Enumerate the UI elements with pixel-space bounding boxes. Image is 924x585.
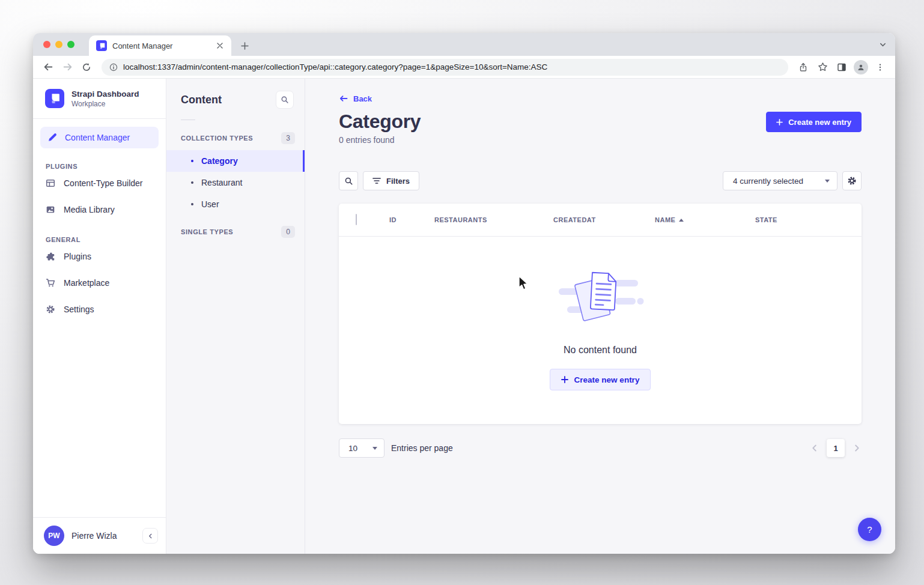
new-tab-button[interactable] bbox=[236, 37, 253, 54]
empty-documents-illustration bbox=[555, 264, 645, 330]
view-settings-gear-icon[interactable] bbox=[842, 171, 862, 190]
workspace-title: Strapi Dashboard bbox=[71, 89, 139, 99]
create-new-entry-label: Create new entry bbox=[574, 375, 640, 384]
sidebar-item-label: Marketplace bbox=[64, 278, 109, 288]
chevron-down-icon bbox=[372, 447, 377, 450]
single-types-label: SINGLE TYPES bbox=[181, 228, 233, 235]
bullet-icon bbox=[191, 181, 193, 184]
create-new-entry-secondary-button[interactable]: Create new entry bbox=[550, 369, 651, 390]
single-types-count-badge: 0 bbox=[281, 226, 295, 238]
previous-page-icon[interactable] bbox=[810, 443, 819, 453]
fields-selected-dropdown[interactable]: 4 currently selected bbox=[723, 171, 837, 190]
sidebar-item-settings[interactable]: Settings bbox=[33, 296, 166, 323]
empty-state: No content found Create new entry bbox=[339, 237, 862, 424]
strapi-app: Strapi Dashboard Workplace Content Manag… bbox=[33, 79, 895, 554]
minimize-window-button[interactable] bbox=[55, 41, 62, 48]
fields-selected-value: 4 currently selected bbox=[733, 177, 803, 186]
page-1-button[interactable]: 1 bbox=[827, 439, 845, 457]
url-text: localhost:1337/admin/content-manager/col… bbox=[123, 62, 547, 71]
subnav-item-label: Restaurant bbox=[201, 178, 242, 187]
tab-strip-chevron-icon[interactable] bbox=[879, 40, 887, 51]
sidebar-item-plugins[interactable]: Plugins bbox=[33, 243, 166, 270]
column-header-name[interactable]: NAME bbox=[655, 216, 755, 223]
layout-icon bbox=[46, 178, 55, 188]
column-header-restaurants[interactable]: RESTAURANTS bbox=[434, 216, 553, 223]
sidebar-section-general: GENERAL bbox=[33, 236, 166, 243]
subnav-item-user[interactable]: User bbox=[166, 193, 305, 215]
reload-button[interactable] bbox=[78, 58, 96, 76]
subnav-item-label: User bbox=[201, 199, 219, 209]
share-icon[interactable] bbox=[794, 58, 812, 76]
subnav-item-restaurant[interactable]: Restaurant bbox=[166, 172, 305, 193]
cart-icon bbox=[46, 278, 55, 288]
browser-window: Content Manager localhost:1337/admin/con… bbox=[33, 33, 895, 554]
close-window-button[interactable] bbox=[43, 41, 50, 48]
workspace-brand[interactable]: Strapi Dashboard Workplace bbox=[33, 79, 166, 119]
sort-asc-icon bbox=[679, 219, 684, 222]
filters-label: Filters bbox=[386, 177, 410, 186]
column-header-state[interactable]: STATE bbox=[755, 216, 862, 223]
picture-icon bbox=[46, 205, 55, 214]
table-header-row: ID RESTAURANTS CREATEDAT NAME STATE bbox=[339, 204, 862, 237]
collapse-sidebar-button[interactable] bbox=[142, 528, 158, 544]
back-link[interactable]: Back bbox=[339, 94, 372, 103]
maximize-window-button[interactable] bbox=[67, 41, 74, 48]
help-button[interactable]: ? bbox=[858, 518, 881, 541]
filter-icon bbox=[372, 177, 381, 184]
forward-browser-button[interactable] bbox=[58, 58, 76, 76]
browser-tab[interactable]: Content Manager bbox=[89, 35, 231, 56]
strapi-favicon-icon bbox=[96, 40, 107, 51]
sidebar-item-label: Media Library bbox=[64, 205, 115, 214]
sidebar-item-content-type-builder[interactable]: Content-Type Builder bbox=[33, 170, 166, 196]
collection-types-count-badge: 3 bbox=[281, 132, 295, 144]
sidebar-item-media-library[interactable]: Media Library bbox=[33, 196, 166, 223]
page-title: Category bbox=[339, 111, 421, 133]
back-label: Back bbox=[353, 94, 372, 103]
content-subnav: Content COLLECTION TYPES 3 Category Rest… bbox=[166, 79, 305, 554]
browser-toolbar: localhost:1337/admin/content-manager/col… bbox=[33, 56, 895, 79]
arrow-left-icon bbox=[339, 94, 348, 103]
entries-table: ID RESTAURANTS CREATEDAT NAME STATE bbox=[339, 204, 862, 424]
create-new-entry-button[interactable]: Create new entry bbox=[766, 112, 862, 132]
no-content-message: No content found bbox=[564, 345, 637, 356]
url-bar[interactable]: localhost:1337/admin/content-manager/col… bbox=[102, 59, 788, 76]
plus-icon bbox=[561, 376, 568, 383]
strapi-logo-icon bbox=[45, 89, 64, 108]
bookmark-star-icon[interactable] bbox=[813, 58, 831, 76]
side-panel-icon[interactable] bbox=[833, 58, 851, 76]
chevron-down-icon bbox=[825, 180, 830, 183]
collection-types-label: COLLECTION TYPES bbox=[181, 135, 253, 142]
sidebar-item-marketplace[interactable]: Marketplace bbox=[33, 270, 166, 296]
sidebar-item-content-manager[interactable]: Content Manager bbox=[40, 127, 159, 148]
window-controls bbox=[43, 41, 74, 48]
sidebar-item-label: Content-Type Builder bbox=[64, 178, 143, 188]
back-browser-button[interactable] bbox=[39, 58, 57, 76]
next-page-icon[interactable] bbox=[852, 443, 862, 453]
select-all-checkbox[interactable] bbox=[356, 214, 357, 225]
filters-button[interactable]: Filters bbox=[363, 171, 419, 190]
create-new-entry-label: Create new entry bbox=[788, 118, 851, 127]
page-size-value: 10 bbox=[348, 444, 357, 453]
browser-menu-icon[interactable] bbox=[871, 58, 889, 76]
entries-found-text: 0 entries found bbox=[339, 135, 862, 145]
subnav-item-category[interactable]: Category bbox=[166, 150, 305, 172]
site-info-icon[interactable] bbox=[109, 63, 118, 71]
search-icon[interactable] bbox=[276, 91, 294, 109]
sidebar-item-label: Plugins bbox=[64, 252, 91, 261]
bullet-icon bbox=[191, 203, 193, 205]
workspace-subtitle: Workplace bbox=[71, 100, 139, 108]
sidebar-user-footer: PW Pierre Wizla bbox=[33, 517, 166, 554]
pen-icon bbox=[47, 133, 57, 142]
entries-per-page-label: Entries per page bbox=[391, 443, 453, 453]
puzzle-icon bbox=[46, 252, 55, 261]
user-avatar[interactable]: PW bbox=[44, 526, 64, 546]
sidebar-section-plugins: PLUGINS bbox=[33, 163, 166, 170]
column-header-id[interactable]: ID bbox=[389, 216, 434, 223]
search-icon[interactable] bbox=[339, 171, 358, 190]
page-size-dropdown[interactable]: 10 bbox=[339, 438, 384, 458]
pagination: 10 Entries per page 1 bbox=[339, 438, 862, 458]
profile-avatar-icon[interactable] bbox=[852, 58, 870, 76]
subnav-item-label: Category bbox=[201, 156, 238, 166]
tab-close-icon[interactable] bbox=[214, 40, 225, 51]
column-header-createdat[interactable]: CREATEDAT bbox=[553, 216, 655, 223]
